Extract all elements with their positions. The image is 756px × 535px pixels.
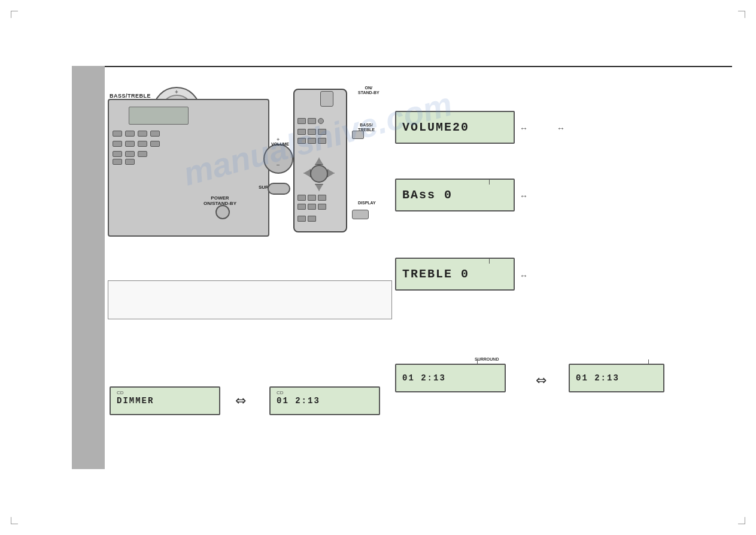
treble-display: TREBLE 0 <box>395 258 515 291</box>
remote-nav-center[interactable] <box>310 165 328 183</box>
volume-arrow-right: ↔ <box>520 123 528 133</box>
normal-display-text: 01 2:13 <box>576 373 620 383</box>
remote-volume-area <box>263 144 293 174</box>
device-btn[interactable] <box>125 151 135 157</box>
remote-btn-row-5 <box>297 204 326 210</box>
device-btn[interactable] <box>125 141 135 147</box>
dimmer-double-arrow: ⇔ <box>235 393 246 409</box>
device-controls-row-3 <box>113 151 147 157</box>
treble-tick <box>489 258 490 264</box>
bass-display-text: BAss 0 <box>402 188 453 202</box>
surround-tick <box>477 359 478 364</box>
remote-btn[interactable] <box>308 138 316 144</box>
device-btn[interactable] <box>113 131 122 137</box>
volume-arrow-right2: ↔ <box>557 123 565 133</box>
device-btn[interactable] <box>125 159 135 165</box>
dimmer-display-text: DIMMER <box>117 396 154 406</box>
treble-arrow-right: ↔ <box>520 271 528 280</box>
power-label: POWERON/STAND-BY <box>204 195 236 206</box>
volume-display: VOLUME20 <box>395 111 515 144</box>
device-screen <box>129 107 189 125</box>
remote-btn[interactable] <box>318 118 324 124</box>
corner-mark-tl <box>11 11 18 18</box>
device-btn[interactable] <box>150 131 160 137</box>
remote-display-label: DISPLAY <box>358 201 376 205</box>
top-rule-line <box>105 66 732 67</box>
bass-treble-label: BASS/TREBLE <box>110 93 151 99</box>
normal-display: 01 2:13 <box>569 364 664 392</box>
remote-btn-row-3 <box>297 138 326 144</box>
remote-btn[interactable] <box>308 204 316 210</box>
remote-btn[interactable] <box>297 118 306 124</box>
remote-btn[interactable] <box>308 129 316 135</box>
bass-display: BAss 0 <box>395 179 515 211</box>
remote-volume-label: VOLUME <box>271 142 289 146</box>
device-btn[interactable] <box>113 159 122 165</box>
power-button[interactable] <box>215 205 230 219</box>
remote-btn-row-2 <box>297 129 326 135</box>
remote-btn[interactable] <box>297 216 306 222</box>
device-btn[interactable] <box>138 151 147 157</box>
dimmer-display: CD DIMMER <box>110 386 220 415</box>
remote-btn[interactable] <box>308 216 316 222</box>
remote-volume-knob[interactable] <box>263 144 293 174</box>
remote-display-button[interactable] <box>352 210 369 219</box>
bass-tick <box>489 179 490 185</box>
remote-btn[interactable] <box>297 195 306 201</box>
remote-on-standby-button[interactable] <box>320 91 333 107</box>
device-btn[interactable] <box>138 141 147 147</box>
note-box <box>108 280 392 319</box>
remote-btn[interactable] <box>308 118 316 124</box>
surround-double-arrow: ⇔ <box>536 373 546 388</box>
remote-vol-minus-icon: – <box>277 162 280 168</box>
corner-mark-tr <box>738 11 745 18</box>
volume-display-text: VOLUME20 <box>402 120 469 134</box>
cd-track-cd-label: CD <box>277 390 284 395</box>
remote-btn[interactable] <box>318 138 326 144</box>
remote-btn-row-4 <box>297 195 326 201</box>
cd-track-display: CD 01 2:13 <box>269 386 380 415</box>
remote-btn[interactable] <box>318 195 326 201</box>
remote-btn[interactable] <box>297 129 306 135</box>
device-btn[interactable] <box>150 141 160 147</box>
remote-btn[interactable] <box>318 129 326 135</box>
treble-display-text: TREBLE 0 <box>402 267 469 281</box>
cd-track-text: 01 2:13 <box>277 396 320 406</box>
device-btn[interactable] <box>125 131 135 137</box>
surround-display: 01 2:13 <box>395 364 506 392</box>
remote-on-standby-label: ON/STAND-BY <box>358 86 379 95</box>
corner-mark-bl <box>11 517 18 524</box>
remote-btn[interactable] <box>297 138 306 144</box>
remote-btn[interactable] <box>308 195 316 201</box>
remote-btn-row-1 <box>297 118 324 124</box>
remote-btn[interactable] <box>318 204 326 210</box>
device-btn[interactable] <box>113 141 122 147</box>
dimmer-cd-label: CD <box>117 390 124 395</box>
device-controls-row-4 <box>113 159 135 165</box>
surround-button[interactable] <box>268 183 290 195</box>
device-btn[interactable] <box>113 151 122 157</box>
surround-display-label: SURROUND <box>475 357 499 361</box>
device-controls-row-2 <box>113 141 160 147</box>
remote-bass-treble-button[interactable] <box>352 131 364 139</box>
remote-vol-plus-icon: + <box>277 137 280 143</box>
remote-btn-row-6 <box>297 216 316 222</box>
device-controls-row-1 <box>113 131 160 137</box>
normal-tick <box>648 359 649 364</box>
device-btn[interactable] <box>138 131 147 137</box>
corner-mark-br <box>738 517 745 524</box>
bass-arrow-right: ↔ <box>520 191 528 201</box>
remote-btn[interactable] <box>297 204 306 210</box>
surround-display-text: 01 2:13 <box>402 373 446 383</box>
sidebar-bar <box>72 66 105 469</box>
volume-plus-icon: + <box>175 89 178 95</box>
